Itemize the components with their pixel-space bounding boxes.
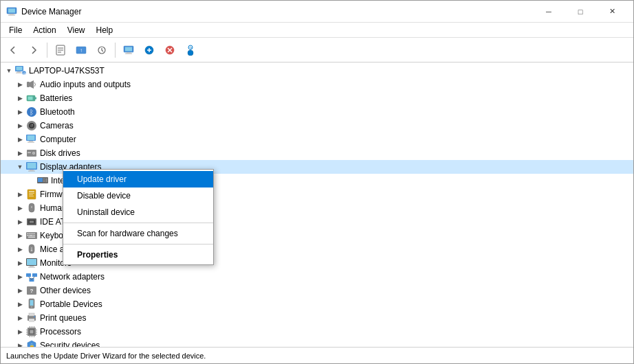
tree-item-print[interactable]: Print queues xyxy=(1,311,633,325)
disk-label: Disk drives xyxy=(40,148,633,158)
ide-icon xyxy=(25,216,38,228)
svg-rect-56 xyxy=(43,181,45,182)
ctx-properties[interactable]: Properties xyxy=(63,247,213,263)
content-area: ⚙ LAPTOP-U47KS53T Audio inputs and outpu… xyxy=(1,62,633,347)
update-driver-button[interactable]: ↑ xyxy=(72,41,91,60)
menu-action[interactable]: Action xyxy=(28,24,61,36)
help-button[interactable]: ? xyxy=(181,41,200,60)
svg-rect-72 xyxy=(34,234,35,235)
firmware-chevron xyxy=(14,189,25,200)
batteries-icon xyxy=(25,92,38,104)
title-bar-left: Device Manager xyxy=(6,6,81,17)
bluetooth-icon: ᛒ xyxy=(25,106,38,118)
tree-item-security[interactable]: 🔒 Security devices xyxy=(1,339,633,347)
device-manager-button[interactable] xyxy=(119,41,138,60)
back-button[interactable] xyxy=(3,41,23,60)
ctx-update-driver[interactable]: Update driver xyxy=(63,171,213,187)
minimize-button[interactable]: ─ xyxy=(533,1,565,23)
svg-rect-53 xyxy=(38,178,43,182)
tree-item-network[interactable]: Network adapters xyxy=(1,270,633,284)
ctx-uninstall-device[interactable]: Uninstall device xyxy=(63,204,213,220)
processors-label: Processors xyxy=(40,327,633,337)
ctx-sep-2 xyxy=(63,244,213,244)
display-card-icon xyxy=(36,174,49,187)
svg-rect-3 xyxy=(8,14,15,15)
properties-button[interactable] xyxy=(51,41,70,60)
svg-rect-2 xyxy=(10,14,14,15)
svg-rect-100 xyxy=(30,330,34,334)
svg-rect-95 xyxy=(29,313,34,316)
audio-chevron xyxy=(14,79,25,90)
add-device-button[interactable] xyxy=(140,41,159,60)
maximize-button[interactable]: □ xyxy=(565,1,596,23)
bluetooth-chevron xyxy=(14,106,25,117)
ctx-disable-device[interactable]: Disable device xyxy=(63,187,213,204)
svg-rect-43 xyxy=(28,142,34,143)
security-chevron xyxy=(14,340,25,347)
network-label: Network adapters xyxy=(40,272,633,282)
ctx-scan-hardware[interactable]: Scan for hardware changes xyxy=(63,225,213,242)
tree-view[interactable]: ⚙ LAPTOP-U47KS53T Audio inputs and outpu… xyxy=(1,62,633,347)
tree-item-portable[interactable]: Portable Devices xyxy=(1,297,633,311)
title-bar-controls: ─ □ ✕ xyxy=(533,1,628,23)
update-driver-icon: ↑ xyxy=(76,45,87,56)
window-icon xyxy=(6,6,17,17)
svg-rect-42 xyxy=(29,141,33,142)
tree-root[interactable]: ⚙ LAPTOP-U47KS53T xyxy=(1,64,633,78)
batteries-chevron xyxy=(14,93,25,104)
tree-item-other[interactable]: ? Other devices xyxy=(1,284,633,297)
remove-button[interactable] xyxy=(160,41,179,60)
menu-help[interactable]: Help xyxy=(91,24,119,36)
svg-point-93 xyxy=(31,306,32,308)
monitors-chevron xyxy=(14,258,25,269)
hid-chevron xyxy=(14,203,25,214)
svg-rect-41 xyxy=(28,135,35,140)
menu-view[interactable]: View xyxy=(62,24,91,36)
remove-icon xyxy=(164,45,175,56)
tree-item-bluetooth[interactable]: ᛒ Bluetooth xyxy=(1,105,633,119)
print-chevron xyxy=(14,312,25,323)
tree-item-cameras[interactable]: Cameras xyxy=(1,119,633,133)
svg-rect-14 xyxy=(125,53,132,54)
processors-icon xyxy=(25,326,38,338)
processors-chevron xyxy=(14,326,25,337)
forward-icon xyxy=(28,45,39,56)
tree-item-disk[interactable]: Disk drives xyxy=(1,146,633,160)
ctx-sep-1 xyxy=(63,223,213,223)
svg-rect-92 xyxy=(30,300,34,306)
svg-rect-12 xyxy=(125,47,132,51)
svg-rect-105 xyxy=(36,332,37,332)
svg-rect-60 xyxy=(29,193,34,194)
svg-rect-51 xyxy=(28,171,35,172)
tree-item-audio[interactable]: Audio inputs and outputs xyxy=(1,78,633,91)
svg-rect-83 xyxy=(28,267,35,268)
cameras-icon xyxy=(25,120,38,132)
svg-rect-50 xyxy=(30,170,34,171)
svg-rect-84 xyxy=(26,273,31,277)
svg-rect-13 xyxy=(127,52,131,54)
security-label: Security devices xyxy=(40,341,633,347)
scan-button[interactable] xyxy=(92,41,111,60)
svg-rect-96 xyxy=(29,319,34,322)
bluetooth-label: Bluetooth xyxy=(40,107,633,117)
computer-icon xyxy=(25,133,38,146)
tree-item-processors[interactable]: Processors xyxy=(1,325,633,339)
svg-rect-32 xyxy=(35,98,36,100)
toolbar: ↑ xyxy=(1,38,633,62)
forward-button[interactable] xyxy=(24,41,43,60)
root-chevron xyxy=(3,65,14,76)
tree-item-batteries[interactable]: Batteries xyxy=(1,91,633,105)
status-text: Launches the Update Driver Wizard for th… xyxy=(6,352,206,360)
computer-label: Computer xyxy=(40,135,633,144)
close-button[interactable]: ✕ xyxy=(596,1,628,23)
help-icon: ? xyxy=(185,45,196,56)
disk-icon xyxy=(25,147,38,159)
svg-rect-1 xyxy=(8,8,15,12)
svg-rect-76 xyxy=(28,237,35,238)
svg-rect-33 xyxy=(28,97,33,100)
security-icon: 🔒 xyxy=(25,339,38,347)
tree-item-computer[interactable]: Computer xyxy=(1,133,633,146)
toolbar-sep-1 xyxy=(47,43,47,58)
menu-file[interactable]: File xyxy=(3,24,28,36)
hid-icon xyxy=(25,202,38,214)
